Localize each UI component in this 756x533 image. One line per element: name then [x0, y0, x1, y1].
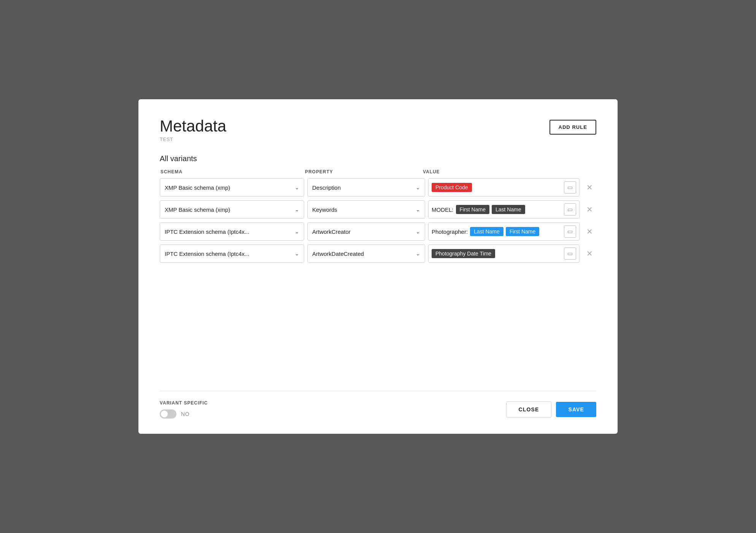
delete-rule-4-button[interactable]: ✕ — [583, 247, 596, 260]
modal-title-block: Metadata TEST — [160, 117, 226, 142]
variant-section: VARIANT SPECIFIC NO — [160, 400, 208, 419]
delete-rule-2-button[interactable]: ✕ — [583, 203, 596, 216]
table-row: IPTC Extension schema (Iptc4x... ⌄ Artwo… — [160, 244, 596, 263]
property-dropdown-3[interactable]: ArtworkCreator — [312, 228, 420, 235]
add-rule-button[interactable]: ADD RULE — [550, 120, 597, 135]
schema-select-1[interactable]: XMP Basic schema (xmp) ⌄ — [160, 178, 304, 197]
save-button[interactable]: SAVE — [556, 402, 596, 417]
value-prefix-2: MODEL: — [432, 206, 454, 213]
footer-buttons: CLOSE SAVE — [506, 401, 596, 417]
modal-header: Metadata TEST ADD RULE — [160, 117, 596, 142]
template-icon-1[interactable]: ▭ — [564, 181, 576, 194]
variant-toggle[interactable] — [160, 409, 176, 419]
rules-list: XMP Basic schema (xmp) ⌄ Description ⌄ P… — [160, 178, 596, 322]
table-row: IPTC Extension schema (Iptc4x... ⌄ Artwo… — [160, 222, 596, 241]
value-column-header: VALUE — [423, 169, 596, 174]
delete-rule-3-button[interactable]: ✕ — [583, 225, 596, 238]
value-prefix-3: Photographer: — [432, 228, 468, 235]
modal-footer: VARIANT SPECIFIC NO CLOSE SAVE — [160, 391, 596, 419]
tag-first-name-2: First Name — [456, 205, 489, 214]
table-header: SCHEMA PROPERTY VALUE — [160, 169, 596, 174]
tag-last-name-2: Last Name — [492, 205, 525, 214]
tag-last-name-3: Last Name — [470, 227, 503, 236]
property-column-header: PROPERTY — [305, 169, 423, 174]
property-select-4[interactable]: ArtworkDateCreated ⌄ — [307, 244, 425, 263]
metadata-modal: Metadata TEST ADD RULE All variants SCHE… — [138, 99, 618, 434]
template-icon-2[interactable]: ▭ — [564, 203, 576, 216]
toggle-label: NO — [181, 411, 189, 417]
section-title: All variants — [160, 154, 596, 163]
modal-overlay: Metadata TEST ADD RULE All variants SCHE… — [0, 0, 756, 533]
template-icon-4[interactable]: ▭ — [564, 247, 576, 260]
tag-photography-date-time: Photography Date Time — [432, 249, 495, 258]
property-select-2[interactable]: Keywords ⌄ — [307, 200, 425, 219]
schema-dropdown-4[interactable]: IPTC Extension schema (Iptc4x... — [165, 251, 299, 257]
schema-select-2[interactable]: XMP Basic schema (xmp) ⌄ — [160, 200, 304, 219]
property-dropdown-1[interactable]: Description — [312, 184, 420, 191]
table-row: XMP Basic schema (xmp) ⌄ Description ⌄ P… — [160, 178, 596, 197]
schema-column-header: SCHEMA — [160, 169, 305, 174]
tag-first-name-3: First Name — [506, 227, 539, 236]
value-cell-3: Photographer: Last Name First Name ▭ — [428, 222, 580, 241]
value-cell-2: MODEL: First Name Last Name ▭ — [428, 200, 580, 219]
property-select-3[interactable]: ArtworkCreator ⌄ — [307, 222, 425, 241]
schema-dropdown-2[interactable]: XMP Basic schema (xmp) — [165, 206, 299, 213]
property-dropdown-4[interactable]: ArtworkDateCreated — [312, 251, 420, 257]
template-icon-3[interactable]: ▭ — [564, 225, 576, 238]
close-button[interactable]: CLOSE — [506, 401, 552, 417]
schema-dropdown-3[interactable]: IPTC Extension schema (Iptc4x... — [165, 228, 299, 235]
toggle-slider — [160, 409, 176, 419]
table-row: XMP Basic schema (xmp) ⌄ Keywords ⌄ MODE… — [160, 200, 596, 219]
tag-product-code: Product Code — [432, 183, 472, 192]
value-cell-1: Product Code ▭ — [428, 178, 580, 197]
value-cell-4: Photography Date Time ▭ — [428, 244, 580, 263]
toggle-row: NO — [160, 409, 208, 419]
schema-select-3[interactable]: IPTC Extension schema (Iptc4x... ⌄ — [160, 222, 304, 241]
schema-dropdown-1[interactable]: XMP Basic schema (xmp) — [165, 184, 299, 191]
property-dropdown-2[interactable]: Keywords — [312, 206, 420, 213]
schema-select-4[interactable]: IPTC Extension schema (Iptc4x... ⌄ — [160, 244, 304, 263]
property-select-1[interactable]: Description ⌄ — [307, 178, 425, 197]
modal-subtitle: TEST — [160, 136, 226, 142]
variant-specific-label: VARIANT SPECIFIC — [160, 400, 208, 406]
delete-rule-1-button[interactable]: ✕ — [583, 181, 596, 194]
modal-title: Metadata — [160, 117, 226, 135]
